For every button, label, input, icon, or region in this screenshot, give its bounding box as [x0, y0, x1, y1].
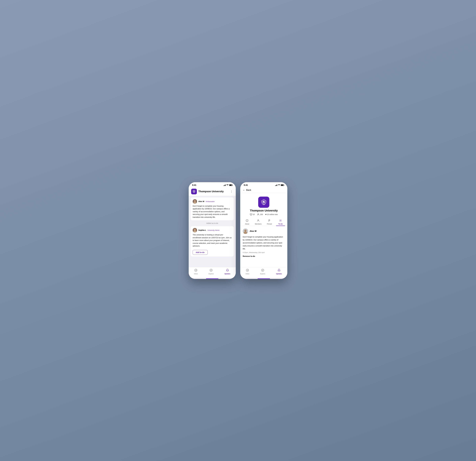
svg-point-2 — [194, 200, 196, 202]
svg-point-14 — [258, 220, 259, 221]
nav-updates-label-1: Updates — [224, 273, 230, 275]
messages-area-1: Alex M Ambassador Don't forget to comple… — [189, 196, 236, 267]
todo-label-1: Added as to-do — [191, 221, 234, 225]
svg-text:TU: TU — [194, 192, 195, 193]
message-sender-1: Alex M Ambassador — [193, 199, 232, 204]
stat-members: 100 — [257, 213, 263, 215]
phone-1: 9:41 — [189, 182, 236, 279]
avatar-sophia-1 — [193, 228, 197, 232]
todo-content-2: Alex M Don't forget to complete your hou… — [240, 226, 287, 267]
phone-2: 9:41 — [240, 182, 287, 279]
status-bar-2: 9:41 — [240, 182, 287, 188]
university-logo-1: TU — [191, 189, 197, 194]
channels-count: 10 — [253, 213, 255, 215]
remove-todo-button[interactable]: Remove to-do — [243, 255, 255, 257]
svg-point-16 — [244, 231, 247, 234]
updates-icon-2 — [278, 269, 280, 273]
back-header-2: ← Back — [240, 188, 287, 193]
wifi-icon-2 — [278, 184, 280, 186]
avatar-alex-1 — [193, 199, 197, 204]
profile-section-2: TU Thompson University 10 10 — [240, 193, 287, 218]
nav-inbox-label-2: Inbox — [246, 273, 249, 275]
message-card-2: Sophia L University Admin The university… — [191, 226, 234, 256]
sender-role-2: University Admin — [207, 229, 220, 231]
message-sender-2: Sophia L University Admin — [193, 228, 232, 232]
online-count: 10 online now — [267, 213, 278, 215]
tab-members-label: Members — [255, 223, 262, 225]
tab-about[interactable]: About — [241, 218, 253, 226]
tab-todo-label: To-do — [278, 223, 283, 225]
pinned-icon — [268, 219, 271, 222]
stat-channels: 10 — [250, 213, 255, 215]
updates-icon-1 — [226, 269, 229, 273]
add-todo-button[interactable]: Add to-do — [193, 250, 208, 255]
todo-avatar — [243, 229, 248, 234]
home-indicator-2 — [258, 278, 270, 279]
message-card-1: Alex M Ambassador Don't forget to comple… — [191, 197, 234, 220]
profile-logo-2: TU — [258, 196, 269, 208]
nav-inbox-2[interactable]: Inbox — [246, 269, 249, 275]
sender-info-1: Alex M Ambassador — [198, 200, 215, 203]
tabs-bar-2: About Members Pinned — [240, 218, 287, 226]
svg-rect-11 — [250, 213, 252, 215]
svg-point-5 — [194, 230, 196, 232]
status-icons-1 — [223, 184, 232, 186]
status-time-1: 9:41 — [192, 184, 196, 187]
svg-point-4 — [194, 229, 196, 230]
svg-text:TU: TU — [263, 204, 264, 205]
todo-message-text: Don't forget to complete your housing ap… — [243, 235, 285, 250]
sender-role-1: Ambassador — [206, 201, 215, 202]
sender-name-2: Sophia L — [198, 229, 206, 231]
svg-marker-8 — [211, 270, 212, 271]
wifi-icon-1 — [227, 184, 229, 186]
explore-icon-1 — [210, 269, 212, 273]
nav-explore-1[interactable]: Explore — [209, 269, 214, 275]
todo-sender-name: Alex M — [250, 230, 256, 232]
svg-marker-19 — [262, 270, 263, 271]
status-icons-2 — [275, 184, 284, 186]
back-label-2: Back — [246, 189, 251, 191]
tab-about-label: About — [245, 223, 249, 225]
nav-inbox-label-1: Inbox — [194, 273, 198, 275]
tab-pinned-label: Pinned — [267, 223, 272, 225]
phones-container: 9:41 — [189, 182, 287, 279]
nav-updates-1[interactable]: Updates — [224, 269, 230, 275]
message-text-2: The university is hosting a virtual pre-… — [193, 233, 232, 248]
nav-explore-2[interactable]: Explore — [260, 269, 265, 275]
members-icon — [257, 219, 260, 222]
university-name-1: Thompson University — [198, 190, 228, 193]
nav-updates-label-2: Updates — [276, 273, 282, 275]
inbox-icon-1 — [194, 269, 197, 273]
nav-explore-label-1: Explore — [209, 273, 214, 275]
home-indicator-1 — [206, 278, 218, 279]
explore-icon-2 — [261, 269, 264, 273]
signal-icon-2 — [275, 184, 277, 186]
battery-icon-2 — [281, 184, 284, 186]
message-text-1: Don't forget to complete your housing ap… — [193, 205, 232, 219]
bottom-nav-1: Inbox Explore — [189, 267, 236, 278]
nav-explore-label-2: Explore — [260, 273, 265, 275]
sender-info-2: Sophia L University Admin — [198, 229, 220, 231]
svg-point-9 — [263, 201, 265, 203]
nav-updates-2[interactable]: Updates — [276, 269, 282, 275]
back-arrow-button[interactable]: ← — [243, 189, 245, 191]
app-header-1: TU Thompson University ⋮ — [189, 188, 236, 196]
nav-inbox-1[interactable]: Inbox — [194, 269, 198, 275]
profile-name-2: Thompson University — [250, 209, 278, 212]
status-time-2: 9:41 — [244, 184, 248, 187]
inbox-icon-2 — [246, 269, 249, 273]
tab-members[interactable]: Members — [253, 218, 264, 226]
tab-pinned[interactable]: Pinned — [264, 218, 275, 226]
more-menu-button-1[interactable]: ⋮ — [230, 189, 233, 194]
profile-stats-2: 10 100 10 online now — [250, 213, 278, 215]
online-dot-icon — [265, 214, 266, 215]
tab-todo[interactable]: To-do — [275, 218, 286, 226]
about-icon — [246, 219, 248, 222]
bottom-nav-2: Inbox Explore Updates — [240, 267, 287, 278]
status-bar-1: 9:41 — [189, 182, 236, 188]
todo-message-sender: Alex M — [243, 229, 285, 234]
todo-icon — [279, 219, 282, 222]
stat-online: 10 online now — [265, 213, 278, 215]
signal-icon-1 — [223, 184, 226, 186]
members-count: 100 — [260, 213, 263, 215]
